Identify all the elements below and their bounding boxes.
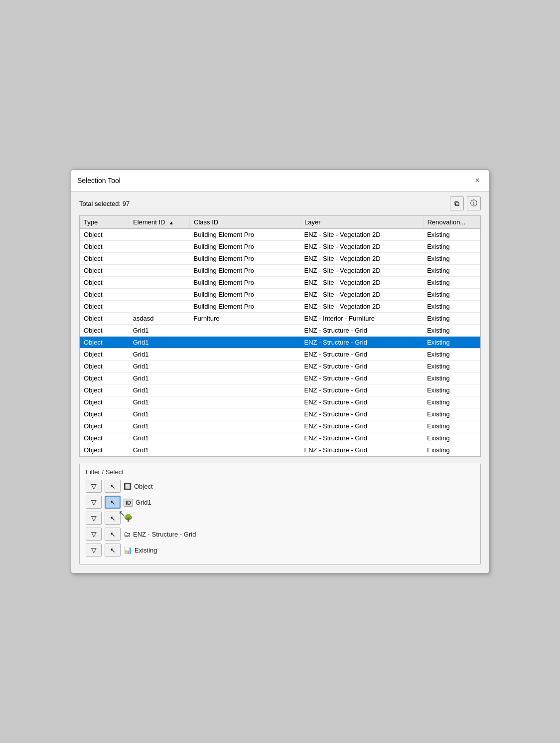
cell-type: Object — [80, 325, 129, 337]
table-row[interactable]: Object Grid1 ENZ - Structure - Grid Exis… — [80, 361, 480, 372]
cell-type: Object — [80, 372, 129, 384]
cell-renovation: Existing — [423, 265, 480, 277]
col-header-type[interactable]: Type — [80, 216, 129, 229]
cell-layer: ENZ - Site - Vegetation 2D — [300, 277, 423, 289]
cell-layer: ENZ - Site - Vegetation 2D — [300, 241, 423, 253]
table-row[interactable]: Object Grid1 ENZ - Structure - Grid Exis… — [80, 372, 480, 384]
filter-label-icon-0: 🔲 — [124, 483, 132, 490]
toolbar: Total selected: 97 ⧉ ⓘ — [71, 191, 489, 215]
filter-label-2: 🌳 — [124, 514, 136, 523]
cell-layer: ENZ - Structure - Grid — [300, 396, 423, 408]
cell-renovation: Existing — [423, 337, 480, 349]
select-button-0[interactable]: ↖ — [105, 480, 121, 493]
cell-elementid — [129, 241, 190, 253]
filter-label-text-3: ENZ - Structure - Grid — [133, 531, 196, 538]
table-row[interactable]: Object Grid1 ENZ - Structure - Grid Exis… — [80, 396, 480, 408]
filter-row: ▽ ↖ 📊 Existing — [86, 544, 474, 557]
info-button[interactable]: ⓘ — [467, 196, 481, 210]
filter-button-3[interactable]: ▽ — [86, 528, 102, 541]
cell-renovation: Existing — [423, 289, 480, 301]
table-row[interactable]: Object Building Element Pro ENZ - Site -… — [80, 241, 480, 253]
cell-elementid: asdasd — [129, 313, 190, 325]
cell-classid — [190, 420, 300, 432]
table-row[interactable]: Object Building Element Pro ENZ - Site -… — [80, 301, 480, 313]
cell-type: Object — [80, 277, 129, 289]
filter-label-icon-4: 📊 — [124, 546, 132, 554]
table-row[interactable]: Object Grid1 ENZ - Structure - Grid Exis… — [80, 337, 480, 349]
table-row[interactable]: Object Grid1 ENZ - Structure - Grid Exis… — [80, 325, 480, 337]
cell-classid — [190, 337, 300, 349]
filter-button-2[interactable]: ▽ — [86, 512, 102, 525]
cell-elementid: Grid1 — [129, 444, 190, 456]
cell-type: Object — [80, 301, 129, 313]
col-header-renovation[interactable]: Renovation... — [423, 216, 480, 229]
col-header-elementid[interactable]: Element ID ▲ — [129, 216, 190, 229]
col-header-layer[interactable]: Layer — [300, 216, 423, 229]
cell-elementid — [129, 265, 190, 277]
cell-type: Object — [80, 384, 129, 396]
filter-title: Filter / Select — [86, 468, 474, 476]
cursor-icon-2: ↖ — [110, 515, 116, 522]
table-row[interactable]: Object Grid1 ENZ - Structure - Grid Exis… — [80, 420, 480, 432]
filter-section: Filter / Select ▽ ↖ 🔲 Object ▽ ↖ ↖ ID Gr… — [79, 463, 481, 565]
cell-classid — [190, 361, 300, 372]
table-row[interactable]: Object Building Element Pro ENZ - Site -… — [80, 253, 480, 265]
cell-layer: ENZ - Structure - Grid — [300, 408, 423, 420]
filter-button-0[interactable]: ▽ — [86, 480, 102, 493]
table-row[interactable]: Object Building Element Pro ENZ - Site -… — [80, 277, 480, 289]
copy-table-button[interactable]: ⧉ — [450, 196, 464, 210]
cell-classid — [190, 325, 300, 337]
table-row[interactable]: Object Grid1 ENZ - Structure - Grid Exis… — [80, 408, 480, 420]
cell-classid: Building Element Pro — [190, 241, 300, 253]
cell-renovation: Existing — [423, 361, 480, 372]
title-bar: Selection Tool × — [71, 170, 489, 191]
table-row[interactable]: Object Grid1 ENZ - Structure - Grid Exis… — [80, 444, 480, 456]
cell-classid: Building Element Pro — [190, 253, 300, 265]
filter-button-1[interactable]: ▽ — [86, 496, 102, 509]
cell-classid: Building Element Pro — [190, 265, 300, 277]
cell-classid — [190, 372, 300, 384]
table-row[interactable]: Object Building Element Pro ENZ - Site -… — [80, 229, 480, 241]
filter-button-4[interactable]: ▽ — [86, 544, 102, 557]
cell-classid — [190, 444, 300, 456]
filter-label-3: 🗂 ENZ - Structure - Grid — [124, 530, 196, 538]
table-row[interactable]: Object asdasd Furniture ENZ - Interior -… — [80, 313, 480, 325]
table-scroll[interactable]: Type Element ID ▲ Class ID Layer Renovat… — [80, 216, 480, 456]
cell-classid: Building Element Pro — [190, 277, 300, 289]
cell-classid: Furniture — [190, 313, 300, 325]
cell-elementid: Grid1 — [129, 420, 190, 432]
cell-type: Object — [80, 432, 129, 444]
select-button-1[interactable]: ↖ — [105, 496, 121, 509]
filter-label-text-1: Grid1 — [136, 499, 151, 506]
cell-elementid: Grid1 — [129, 337, 190, 349]
cell-elementid: Grid1 — [129, 325, 190, 337]
cell-renovation: Existing — [423, 396, 480, 408]
cell-type: Object — [80, 241, 129, 253]
filter-label-1: ID Grid1 — [124, 499, 151, 506]
col-header-classid[interactable]: Class ID — [190, 216, 300, 229]
sort-arrow-elementid: ▲ — [169, 220, 174, 225]
cell-layer: ENZ - Structure - Grid — [300, 372, 423, 384]
cell-type: Object — [80, 408, 129, 420]
table-row[interactable]: Object Grid1 ENZ - Structure - Grid Exis… — [80, 432, 480, 444]
cell-classid — [190, 408, 300, 420]
dialog-title: Selection Tool — [77, 177, 121, 185]
close-button[interactable]: × — [472, 175, 483, 186]
cell-renovation: Existing — [423, 277, 480, 289]
cell-renovation: Existing — [423, 349, 480, 361]
filter-label-icon-1: ID — [124, 499, 133, 506]
filter-label-4: 📊 Existing — [124, 546, 157, 554]
cell-renovation: Existing — [423, 384, 480, 396]
select-button-4[interactable]: ↖ — [105, 544, 121, 557]
cell-elementid — [129, 229, 190, 241]
cursor-icon-4: ↖ — [110, 547, 116, 554]
table-row[interactable]: Object Grid1 ENZ - Structure - Grid Exis… — [80, 384, 480, 396]
cell-elementid: Grid1 — [129, 361, 190, 372]
cell-type: Object — [80, 265, 129, 277]
toolbar-icons: ⧉ ⓘ — [450, 196, 481, 210]
select-button-3[interactable]: ↖ — [105, 528, 121, 541]
table-row[interactable]: Object Building Element Pro ENZ - Site -… — [80, 265, 480, 277]
table-row[interactable]: Object Building Element Pro ENZ - Site -… — [80, 289, 480, 301]
select-button-2[interactable]: ↖ — [105, 512, 121, 525]
table-row[interactable]: Object Grid1 ENZ - Structure - Grid Exis… — [80, 349, 480, 361]
